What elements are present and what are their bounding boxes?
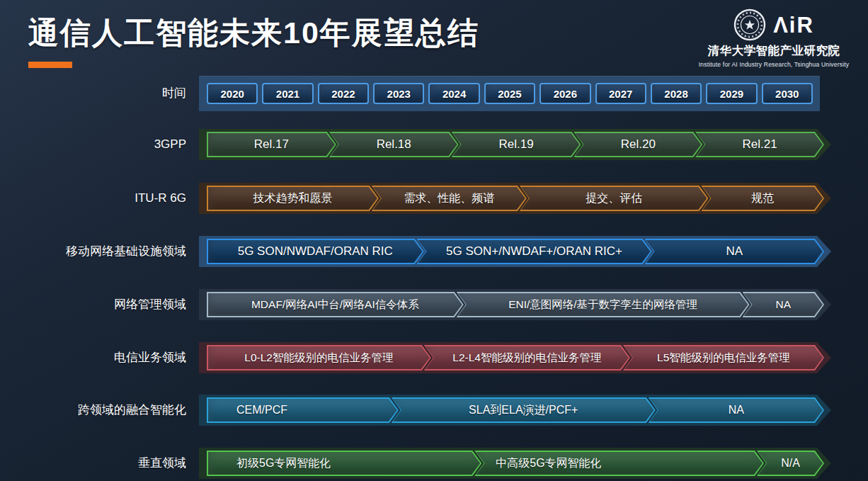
year-box: 2020: [207, 83, 258, 104]
segment-label: 需求、性能、频谱: [404, 191, 494, 206]
segment-label: NA: [775, 298, 791, 311]
segment-fill: 5G SON/NWDAF/ORAN RIC: [208, 240, 423, 263]
segment-fill: 提交、评估: [521, 187, 707, 210]
segment-label: Rel.19: [498, 137, 533, 152]
segment-label: 5G SON/NWDAF/ORAN RIC: [238, 244, 393, 259]
year-box: 2025: [484, 83, 535, 104]
segments: L0-L2智能级别的电信业务管理L2-L4智能级别的电信业务管理L5智能级别的电…: [207, 345, 824, 370]
segment-fill: 初级5G专网智能化: [208, 452, 480, 475]
year-box: 2028: [651, 83, 702, 104]
roadmap-segment: Rel.21: [695, 132, 824, 157]
roadmap-segment: Rel.19: [452, 132, 581, 157]
segments: 技术趋势和愿景需求、性能、频谱提交、评估规范: [207, 186, 824, 211]
segments: MDAF/网络AI中台/网络AI信令体系ENI/意图网络/基于数字孪生的网络管理…: [207, 292, 824, 317]
roadmap-row-cross-domain: 跨领域的融合智能化CEM/PCFSLA到ELA演进/PCF+NA: [0, 395, 868, 426]
roadmap-segment: NA: [743, 292, 824, 317]
roadmap-segment: 提交、评估: [520, 186, 709, 211]
row-label-mobile-network-infra: 移动网络基础设施领域: [0, 236, 186, 267]
segment-label: L5智能级别的电信业务管理: [657, 351, 790, 366]
year-box: 2030: [762, 83, 813, 104]
roadmap-segment: L0-L2智能级别的电信业务管理: [207, 345, 431, 370]
roadmap-segment: N/A: [757, 451, 824, 476]
slide-canvas: 通信人工智能未来10年展望总结 ΛiR 清华大学智能产业研究院 Institut…: [0, 0, 868, 481]
row-label-time: 时间: [0, 76, 186, 111]
segment-label: 规范: [751, 191, 774, 206]
roadmap-segment: ENI/意图网络/基于数字孪生的网络管理: [457, 292, 750, 317]
segments: 5G SON/NWDAF/ORAN RIC5G SON+/NWDAF+/ORAN…: [207, 239, 824, 264]
roadmap-row-itu-r-6g: ITU-R 6G技术趋势和愿景需求、性能、频谱提交、评估规范: [0, 183, 868, 214]
roadmap-row-network-management: 网络管理领域MDAF/网络AI中台/网络AI信令体系ENI/意图网络/基于数字孪…: [0, 289, 868, 320]
segment-label: NA: [726, 244, 743, 259]
segment-fill: L0-L2智能级别的电信业务管理: [208, 346, 430, 369]
segment-fill: 规范: [702, 187, 823, 210]
segments: CEM/PCFSLA到ELA演进/PCF+NA: [207, 397, 824, 423]
segment-label: 提交、评估: [586, 191, 642, 206]
year-box: 2022: [318, 83, 369, 104]
segment-label: 5G SON+/NWDAF+/ORAN RIC+: [446, 244, 622, 259]
year-box: 2029: [706, 83, 757, 104]
segment-fill: L2-L4智能级别的电信业务管理: [426, 346, 629, 369]
year-box: 2024: [428, 83, 479, 104]
roadmap-row-mobile-network-infra: 移动网络基础设施领域5G SON/NWDAF/ORAN RIC5G SON+/N…: [0, 236, 868, 267]
segment-fill: 中高级5G专网智能化: [476, 452, 763, 475]
roadmap-segment: 初级5G专网智能化: [207, 451, 481, 476]
year-row: 2020202120222023202420252026202720282029…: [207, 83, 813, 104]
roadmap-segment: 5G SON/NWDAF/ORAN RIC: [207, 239, 424, 264]
segment-label: Rel.18: [377, 137, 411, 152]
roadmap-segment: NA: [645, 239, 824, 264]
row-label-vertical: 垂直领域: [0, 448, 186, 479]
roadmap-segment: Rel.17: [207, 132, 336, 157]
segment-fill: N/A: [758, 452, 823, 475]
roadmap-row-telecom-services: 电信业务领域L0-L2智能级别的电信业务管理L2-L4智能级别的电信业务管理L5…: [0, 342, 868, 373]
year-box: 2027: [595, 83, 646, 104]
segment-label: Rel.21: [743, 137, 777, 152]
segment-fill: NA: [650, 399, 823, 421]
segment-fill: 需求、性能、频谱: [373, 187, 525, 210]
year-box: 2026: [539, 83, 590, 104]
segment-fill: NA: [646, 240, 823, 263]
year-box: 2021: [262, 83, 313, 104]
segment-label: 初级5G专网智能化: [208, 456, 331, 471]
roadmap-segment: MDAF/网络AI中台/网络AI信令体系: [207, 292, 464, 317]
segment-fill: SLA到ELA演进/PCF+: [393, 399, 654, 421]
segment-label: ENI/意图网络/基于数字孪生的网络管理: [508, 298, 697, 312]
segment-label: Rel.17: [254, 137, 289, 152]
roadmap-segment: 5G SON+/NWDAF+/ORAN RIC+: [417, 239, 652, 264]
row-label-network-management: 网络管理领域: [0, 289, 186, 320]
roadmap-segment: Rel.20: [573, 132, 702, 157]
row-label-cross-domain: 跨领域的融合智能化: [0, 395, 186, 426]
roadmap-row-time: 时间20202021202220232024202520262027202820…: [0, 76, 868, 111]
row-label-3gpp: 3GPP: [0, 129, 186, 160]
roadmap-segment: 需求、性能、频谱: [372, 186, 527, 211]
roadmap-segment: CEM/PCF: [207, 397, 399, 423]
roadmap-segment: Rel.18: [329, 132, 459, 157]
roadmap-row-3gpp: 3GPPRel.17Rel.18Rel.19Rel.20Rel.21: [0, 129, 868, 160]
segment-fill: 5G SON+/NWDAF+/ORAN RIC+: [418, 240, 651, 263]
roadmap-segment: 技术趋势和愿景: [207, 186, 379, 211]
segment-fill: Rel.19: [453, 133, 580, 156]
roadmap-segment: 中高级5G专网智能化: [474, 451, 764, 476]
roadmap-segment: SLA到ELA演进/PCF+: [392, 397, 656, 423]
segment-fill: ENI/意图网络/基于数字孪生的网络管理: [458, 293, 748, 316]
year-box: 2023: [373, 83, 424, 104]
segment-fill: 技术趋势和愿景: [208, 187, 377, 210]
segment-label: MDAF/网络AI中台/网络AI信令体系: [251, 298, 419, 312]
roadmap-segment: L2-L4智能级别的电信业务管理: [424, 345, 630, 370]
roadmap-segment: 规范: [701, 186, 824, 211]
segment-fill: Rel.17: [208, 133, 335, 156]
roadmap-rows: 时间20202021202220232024202520262027202820…: [0, 0, 868, 481]
segment-label: N/A: [781, 457, 800, 470]
segment-label: SLA到ELA演进/PCF+: [469, 403, 578, 418]
segment-fill: Rel.18: [331, 133, 457, 156]
segment-label: CEM/PCF: [208, 404, 287, 417]
roadmap-segment: L5智能级别的电信业务管理: [623, 345, 824, 370]
segment-label: L2-L4智能级别的电信业务管理: [452, 351, 601, 366]
segments: Rel.17Rel.18Rel.19Rel.20Rel.21: [207, 132, 824, 157]
roadmap-row-vertical: 垂直领域初级5G专网智能化中高级5G专网智能化N/A: [0, 448, 868, 479]
row-label-telecom-services: 电信业务领域: [0, 342, 186, 373]
segment-fill: Rel.21: [697, 133, 823, 156]
row-label-itu-r-6g: ITU-R 6G: [0, 183, 186, 214]
segment-fill: L5智能级别的电信业务管理: [624, 346, 823, 369]
segments: 初级5G专网智能化中高级5G专网智能化N/A: [207, 451, 824, 476]
roadmap-segment: NA: [649, 397, 824, 423]
